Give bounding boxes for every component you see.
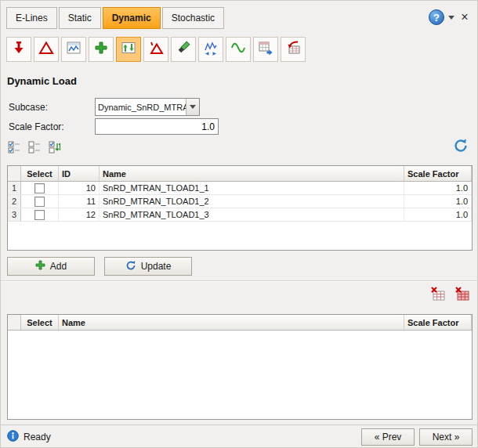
- deselect-all-icon[interactable]: [27, 140, 42, 154]
- add-load-button[interactable]: [89, 37, 114, 62]
- row-number: 2: [8, 195, 21, 208]
- next-button-label: Next »: [433, 432, 460, 443]
- table-row[interactable]: 1 10 SnRD_MTRAN_TLOAD1_1 1.0: [8, 182, 472, 195]
- select-column-header[interactable]: Select: [21, 315, 59, 330]
- dynamic-load-icon: [121, 40, 136, 59]
- subcase-select[interactable]: Dynamic_SnRD_MTRAN_2: [95, 98, 200, 116]
- tab-dynamic[interactable]: Dynamic: [103, 7, 161, 29]
- selection-tools: [7, 140, 62, 154]
- window-controls: ? ×: [429, 9, 471, 25]
- refresh-button[interactable]: [452, 139, 469, 156]
- info-icon: [7, 430, 19, 444]
- frf-waveform-button[interactable]: [198, 37, 223, 62]
- dynamic-load-panel: E-Lines Static Dynamic Stochastic ? ×: [0, 0, 478, 448]
- assigned-table-empty-area: [8, 331, 472, 419]
- import-table-button[interactable]: [281, 37, 306, 62]
- update-button[interactable]: Update: [104, 257, 192, 276]
- row-id: 10: [59, 182, 100, 194]
- modal-delta-prime-button[interactable]: [143, 37, 168, 62]
- table-actions: [429, 287, 471, 304]
- row-select-checkbox[interactable]: [34, 183, 45, 193]
- plus-icon: [35, 260, 45, 273]
- section-divider: [1, 280, 478, 282]
- plot-response-icon: [66, 40, 81, 59]
- row-scale: 1.0: [404, 208, 472, 221]
- select-column-header[interactable]: Select: [21, 166, 59, 181]
- add-button-label: Add: [50, 261, 67, 272]
- modal-delta-button[interactable]: [34, 37, 59, 62]
- row-scale: 1.0: [404, 182, 472, 194]
- action-buttons: Add Update: [7, 257, 192, 276]
- scale-column-header[interactable]: Scale Factor: [404, 166, 472, 181]
- status-bar: Ready « Prev Next »: [1, 425, 478, 448]
- help-dropdown-caret-icon[interactable]: [448, 16, 454, 20]
- table-row[interactable]: 3 12 SnRD_MTRAN_TLOAD1_3 1.0: [8, 208, 472, 222]
- row-number-header: [8, 166, 21, 181]
- frf-waveform-icon: [203, 40, 219, 59]
- tab-e-lines[interactable]: E-Lines: [6, 7, 57, 29]
- import-table-icon: [285, 40, 301, 59]
- update-refresh-icon: [125, 260, 136, 273]
- refresh-icon: [453, 138, 469, 157]
- page-title: Dynamic Load: [7, 75, 77, 87]
- subcase-selected-value: Dynamic_SnRD_MTRAN_2: [96, 103, 186, 112]
- remove-selected-table-icon: [430, 286, 446, 305]
- close-icon[interactable]: ×: [458, 11, 471, 23]
- tab-static-label: Static: [68, 13, 92, 23]
- row-id: 11: [59, 195, 100, 208]
- eraser-icon: [176, 40, 191, 59]
- row-number-header: [8, 315, 21, 330]
- load-table: Select ID Name Scale Factor 1 10 SnRD_MT…: [7, 165, 473, 251]
- id-column-header[interactable]: ID: [59, 166, 100, 181]
- assigned-table: Select Name Scale Factor: [7, 314, 473, 420]
- name-column-header[interactable]: Name: [100, 166, 404, 181]
- apply-load-button[interactable]: [6, 37, 31, 62]
- add-load-icon: [93, 40, 109, 59]
- scale-factor-input[interactable]: [95, 118, 219, 135]
- assigned-table-header: Select Name Scale Factor: [8, 315, 472, 331]
- row-number: 1: [8, 182, 21, 194]
- chevron-down-icon: [190, 105, 196, 109]
- prev-button-label: « Prev: [375, 432, 402, 443]
- load-table-empty-area: [8, 222, 472, 250]
- nav-buttons: « Prev Next »: [361, 428, 473, 446]
- update-button-label: Update: [141, 261, 172, 272]
- tab-stochastic-label: Stochastic: [172, 13, 215, 23]
- subcase-label: Subcase:: [9, 102, 48, 113]
- dynamic-load-tool-button[interactable]: [116, 37, 141, 62]
- invert-selection-icon[interactable]: [48, 140, 62, 154]
- next-button[interactable]: Next »: [419, 428, 473, 446]
- select-all-icon[interactable]: [7, 140, 21, 154]
- tab-dynamic-label: Dynamic: [112, 13, 151, 23]
- sine-wave-icon: [230, 40, 246, 59]
- row-name: SnRD_MTRAN_TLOAD1_2: [100, 195, 404, 208]
- table-row[interactable]: 2 11 SnRD_MTRAN_TLOAD1_2 1.0: [8, 195, 472, 208]
- tab-stochastic[interactable]: Stochastic: [162, 7, 224, 29]
- plot-response-button[interactable]: [61, 37, 86, 62]
- row-number: 3: [8, 208, 21, 221]
- prev-button[interactable]: « Prev: [361, 428, 415, 446]
- modal-delta-prime-icon: [148, 40, 164, 59]
- toolbar: [6, 37, 306, 62]
- name-column-header[interactable]: Name: [59, 315, 404, 330]
- remove-all-tables-icon: [454, 286, 470, 305]
- eraser-button[interactable]: [171, 37, 196, 62]
- scale-column-header[interactable]: Scale Factor: [404, 315, 472, 330]
- row-scale: 1.0: [404, 195, 472, 208]
- row-select-checkbox[interactable]: [34, 197, 45, 207]
- remove-selected-table-button[interactable]: [429, 287, 447, 304]
- tab-e-lines-label: E-Lines: [16, 13, 48, 23]
- row-select-checkbox[interactable]: [34, 210, 45, 220]
- help-icon[interactable]: ?: [429, 9, 444, 25]
- add-button[interactable]: Add: [7, 257, 95, 276]
- tab-static[interactable]: Static: [59, 7, 101, 29]
- scale-factor-label: Scale Factor:: [9, 121, 64, 132]
- status-text: Ready: [24, 432, 51, 443]
- export-table-button[interactable]: [253, 37, 278, 62]
- subcase-dropdown-button[interactable]: [186, 99, 199, 115]
- remove-all-tables-button[interactable]: [454, 287, 471, 304]
- export-table-icon: [258, 40, 273, 59]
- modal-delta-icon: [38, 40, 54, 59]
- sine-wave-button[interactable]: [226, 37, 251, 62]
- load-table-header: Select ID Name Scale Factor: [8, 166, 472, 182]
